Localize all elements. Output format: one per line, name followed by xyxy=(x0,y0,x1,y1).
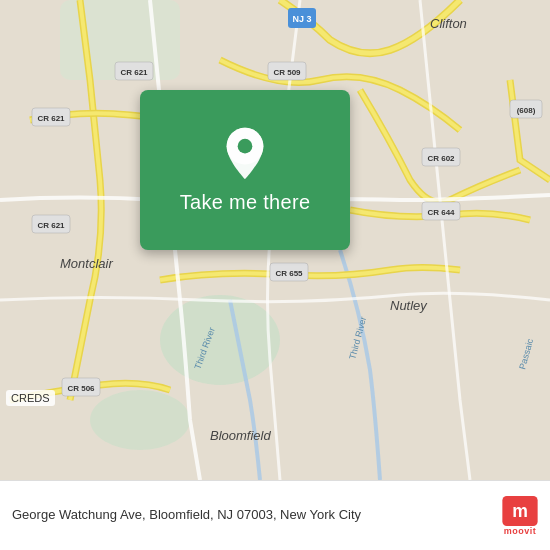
svg-text:CR 509: CR 509 xyxy=(273,68,301,77)
address-text: George Watchung Ave, Bloomfield, NJ 0700… xyxy=(12,506,538,524)
svg-text:Nutley: Nutley xyxy=(390,298,428,313)
svg-text:(608): (608) xyxy=(517,106,536,115)
svg-point-1 xyxy=(160,295,280,385)
moovit-logo: m moovit xyxy=(502,496,538,536)
moovit-text: moovit xyxy=(504,526,537,536)
map-container: NJ 3 CR 621 CR 621 CR 621 CR 509 CR 602 … xyxy=(0,0,550,480)
svg-text:Bloomfield: Bloomfield xyxy=(210,428,271,443)
moovit-icon: m xyxy=(502,496,538,526)
svg-text:m: m xyxy=(512,501,528,521)
svg-text:CR 621: CR 621 xyxy=(37,114,65,123)
svg-text:CR 602: CR 602 xyxy=(427,154,455,163)
svg-text:Montclair: Montclair xyxy=(60,256,113,271)
creds-text: CREDS xyxy=(11,392,50,404)
bottom-bar: George Watchung Ave, Bloomfield, NJ 0700… xyxy=(0,480,550,550)
svg-point-2 xyxy=(90,390,190,450)
take-me-card[interactable]: Take me there xyxy=(140,90,350,250)
svg-text:NJ 3: NJ 3 xyxy=(292,14,311,24)
svg-point-32 xyxy=(238,139,253,154)
take-me-label: Take me there xyxy=(180,191,311,214)
osm-credit: CREDS xyxy=(6,390,55,406)
svg-text:CR 506: CR 506 xyxy=(67,384,95,393)
svg-text:Clifton: Clifton xyxy=(430,16,467,31)
svg-text:CR 655: CR 655 xyxy=(275,269,303,278)
svg-text:CR 621: CR 621 xyxy=(120,68,148,77)
location-pin-icon xyxy=(220,126,270,181)
svg-text:CR 644: CR 644 xyxy=(427,208,455,217)
svg-text:CR 621: CR 621 xyxy=(37,221,65,230)
